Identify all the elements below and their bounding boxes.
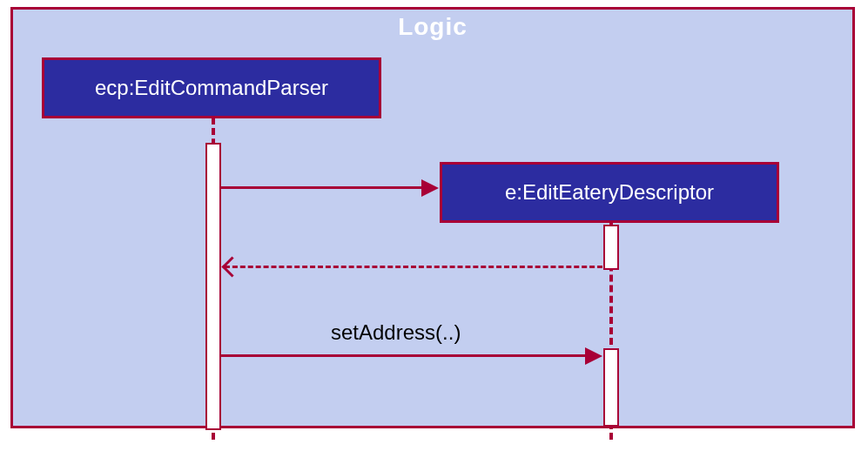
participant-ecp: ecp:EditCommandParser — [42, 57, 381, 118]
message-create-line — [221, 186, 421, 189]
activation-e-setaddress — [603, 348, 619, 427]
message-create-arrow — [421, 179, 439, 197]
participant-ecp-label: ecp:EditCommandParser — [95, 76, 328, 99]
activation-ecp — [205, 143, 221, 430]
participant-e-label: e:EditEateryDescriptor — [505, 180, 714, 204]
message-return-line — [225, 266, 602, 268]
sequence-diagram: Logic ecp:EditCommandParser e:EditEatery… — [0, 0, 868, 451]
frame-title: Logic — [398, 13, 468, 41]
participant-e: e:EditEateryDescriptor — [440, 162, 779, 223]
message-setaddress-label: setAddress(..) — [331, 320, 461, 345]
message-setaddress-arrow — [585, 347, 602, 365]
message-setaddress-line — [221, 354, 585, 357]
activation-e-create — [603, 225, 619, 270]
